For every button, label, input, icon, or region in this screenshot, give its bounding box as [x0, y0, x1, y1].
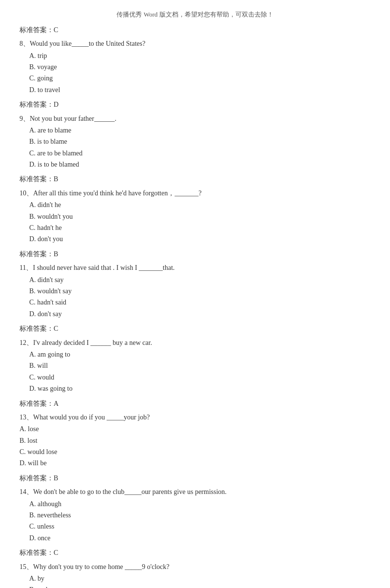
- option-item: D. is to be blamed: [29, 159, 370, 170]
- question-text: 9、Not you but your father______.: [20, 114, 370, 124]
- answer-label: 标准答案：C: [20, 548, 370, 558]
- question-text: 11、I should never have said that . I wis…: [20, 263, 370, 273]
- option-item: B. nevertheless: [29, 510, 370, 521]
- options-list: A. didn't heB. wouldn't youC. hadn't heD…: [29, 200, 370, 245]
- question-section-5: 标准答案：C12、I'v already decided I ______ bu…: [20, 323, 370, 394]
- option-item: C. hadn't he: [29, 223, 370, 233]
- option-item: A. am going to: [29, 349, 370, 360]
- option-item: D. was going to: [29, 383, 370, 394]
- answer-label: 标准答案：B: [20, 473, 370, 484]
- question-section-4: 标准答案：B11、I should never have said that .…: [20, 249, 370, 320]
- options-list: A. are to blameB. is to blameC. are to b…: [29, 125, 370, 171]
- top-banner: 传播优秀 Word 版文档，希望对您有帮助，可双击去除！: [20, 10, 370, 20]
- option-item: D. once: [29, 533, 370, 544]
- option-item: C. would lose: [20, 447, 370, 457]
- question-text: 14、We don't be able to go to the club___…: [20, 487, 370, 497]
- question-text: 13、What would you do if you _____your jo…: [20, 412, 370, 423]
- options-list: A. tripB. voyageC. goingD. to travel: [29, 51, 370, 96]
- answer-label: 标准答案：B: [20, 174, 370, 185]
- option-item: A. didn't say: [29, 275, 370, 285]
- question-section-8: 标准答案：C15、Why don't you try to come home …: [20, 548, 370, 588]
- answer-label: 标准答案：A: [20, 398, 370, 409]
- option-item: C. hadn't said: [29, 297, 370, 308]
- answer-label: 标准答案：B: [20, 249, 370, 260]
- option-item: D. to travel: [29, 85, 370, 95]
- option-item: B. wouldn't say: [29, 286, 370, 297]
- options-list: A. althoughB. neverthelessC. unlessD. on…: [29, 499, 370, 544]
- option-item: B. lost: [20, 436, 370, 446]
- option-item: C. going: [29, 73, 370, 84]
- options-list: A. am going toB. willC. wouldD. was goin…: [29, 349, 370, 395]
- question-section-2: 标准答案：D9、Not you but your father______.A.…: [20, 99, 370, 170]
- answer-label: 标准答案：C: [20, 323, 370, 334]
- option-item: D. don't you: [29, 234, 370, 245]
- option-item: B. voyage: [29, 62, 370, 73]
- option-item: B. under: [29, 585, 370, 588]
- option-item: A. trip: [29, 51, 370, 61]
- option-item: A. didn't he: [29, 200, 370, 210]
- question-text: 10、After all this time you'd think he'd …: [20, 188, 370, 199]
- option-item: D. don't say: [29, 309, 370, 320]
- option-item: C. are to be blamed: [29, 148, 370, 159]
- option-item: A. lose: [20, 424, 370, 435]
- answer-label: 标准答案：D: [20, 99, 370, 110]
- question-section-7: 标准答案：B14、We don't be able to go to the c…: [20, 473, 370, 544]
- option-item: A. are to blame: [29, 125, 370, 136]
- option-item: D. will be: [20, 458, 370, 469]
- question-text: 8、Would you like_____to the United State…: [20, 38, 370, 49]
- option-item: C. unless: [29, 521, 370, 532]
- question-text: 15、Why don't you try to come home _____9…: [20, 562, 370, 572]
- question-section-1: 标准答案：C8、Would you like_____to the United…: [20, 25, 370, 95]
- option-item: A. by: [29, 573, 370, 584]
- option-item: C. would: [29, 372, 370, 383]
- option-item: B. will: [29, 360, 370, 371]
- options-list: A. loseB. lostC. would loseD. will be: [20, 424, 370, 469]
- option-item: B. wouldn't you: [29, 211, 370, 222]
- options-list: A. byB. underC.D. until: [29, 573, 370, 588]
- question-section-6: 标准答案：A13、What would you do if you _____y…: [20, 398, 370, 469]
- question-text: 12、I'v already decided I ______ buy a ne…: [20, 338, 370, 348]
- answer-label: 标准答案：C: [20, 25, 370, 36]
- option-item: A. although: [29, 499, 370, 510]
- option-item: B. is to blame: [29, 136, 370, 147]
- options-list: A. didn't sayB. wouldn't sayC. hadn't sa…: [29, 275, 370, 320]
- question-section-3: 标准答案：B10、After all this time you'd think…: [20, 174, 370, 245]
